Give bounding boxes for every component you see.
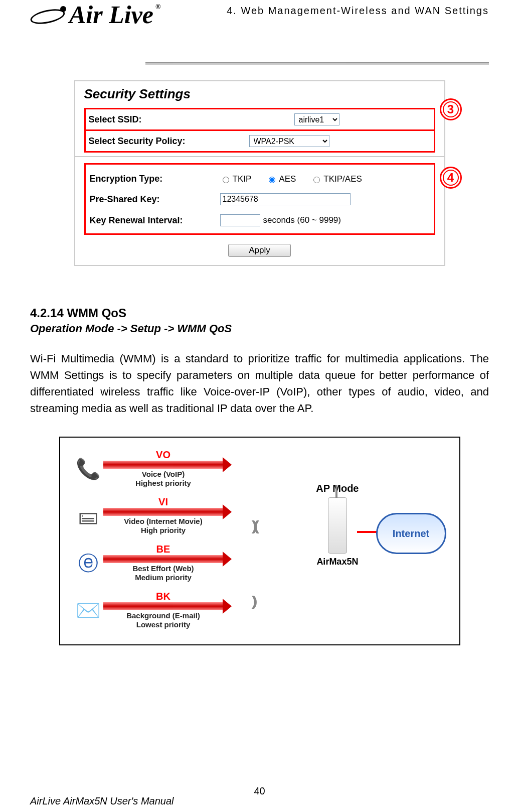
ssid-label: Select SSID: — [87, 114, 219, 125]
wmm-diagram: 📞 VO Voice (VoIP)Highest priority 🖴 VI V… — [59, 437, 460, 645]
section-paragraph: Wi-Fi Multimedia (WMM) is a standard to … — [30, 350, 489, 417]
encryption-block-highlight: 4 Encryption Type: TKIP AES TKIP/AES — [84, 163, 435, 235]
browser-icon: ⓔ — [73, 550, 103, 577]
cloud-icon: Internet — [376, 513, 446, 554]
key-renewal-suffix: seconds (60 ~ 9999) — [263, 215, 341, 225]
key-renewal-input[interactable] — [220, 214, 260, 226]
phone-icon: 📞 — [73, 455, 103, 482]
psk-label: Pre-Shared Key: — [88, 194, 220, 205]
ap-icon — [328, 497, 347, 554]
section-breadcrumb: Operation Mode -> Setup -> WMM QoS — [30, 322, 489, 335]
header-divider — [145, 62, 489, 65]
internet-node: Internet — [376, 513, 446, 554]
arrow-icon — [103, 508, 224, 516]
logo-orbit-icon — [30, 3, 65, 26]
be-code: BE — [103, 544, 224, 554]
security-settings-panel: Security Settings Select SSID: airlive1 … — [74, 80, 445, 266]
panel-divider — [75, 156, 444, 157]
annotation-3: 3 — [440, 98, 462, 120]
logo-text: Air Live — [69, 0, 153, 29]
vi-code: VI — [103, 497, 224, 507]
apply-button[interactable]: Apply — [228, 244, 291, 257]
encryption-both-radio[interactable]: TKIP/AES — [311, 174, 362, 184]
wifi-icon: ))) ((( — [252, 518, 256, 534]
policy-row-highlight: Select Security Policy: WPA2-PSK — [84, 129, 435, 153]
vo-code: VO — [103, 450, 224, 460]
ap-name-label: AirMax5N — [316, 557, 359, 567]
nas-icon: 🖴 — [73, 502, 103, 529]
section-heading: 4.2.14 WMM QoS — [30, 306, 489, 320]
trademark-symbol: ® — [155, 3, 160, 11]
policy-select[interactable]: WPA2-PSK — [249, 135, 329, 147]
encryption-tkip-radio[interactable]: TKIP — [220, 174, 252, 184]
annotation-4: 4 — [440, 167, 462, 189]
brand-logo: Air Live ® — [30, 0, 161, 29]
ap-device: AP Mode AirMax5N — [316, 483, 359, 567]
bk-row: ✉️ BK Background (E-mail)Lowest priority — [73, 591, 446, 629]
vo-row: 📞 VO Voice (VoIP)Highest priority — [73, 450, 446, 488]
ssid-row-highlight: Select SSID: airlive1 3 — [84, 108, 435, 131]
arrow-icon — [103, 555, 224, 563]
panel-title: Security Settings — [84, 86, 435, 102]
key-renewal-label: Key Renewal Interval: — [88, 215, 220, 226]
mail-icon: ✉️ — [73, 597, 103, 624]
chapter-heading: 4. Web Management-Wireless and WAN Setti… — [227, 5, 489, 17]
bk-code: BK — [103, 591, 224, 601]
arrow-icon — [103, 461, 224, 469]
encryption-label: Encryption Type: — [88, 174, 220, 184]
wifi-icon: ))) — [252, 593, 254, 609]
ap-mode-label: AP Mode — [316, 483, 359, 494]
psk-input[interactable] — [220, 193, 351, 205]
arrow-icon — [103, 602, 224, 610]
policy-label: Select Security Policy: — [87, 136, 219, 147]
ssid-select[interactable]: airlive1 — [294, 113, 339, 125]
footer-manual-title: AirLive AirMax5N User's Manual — [30, 795, 174, 807]
encryption-aes-radio[interactable]: AES — [266, 174, 296, 184]
